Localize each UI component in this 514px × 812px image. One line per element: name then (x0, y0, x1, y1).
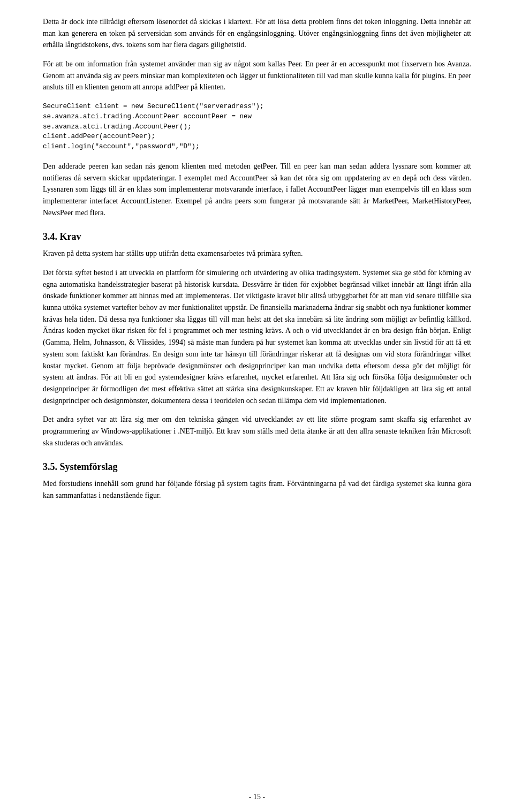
paragraph-2: För att be om information från systemet … (43, 58, 471, 93)
section-34-heading: 3.4. Krav (43, 231, 471, 242)
paragraph-6: Det andra syftet var att lära sig mer om… (43, 414, 471, 449)
code-line-4: client.addPeer(accountPeer); (43, 133, 155, 140)
paragraph-5: Det första syftet bestod i att utveckla … (43, 267, 471, 406)
code-line-5: client.login("account","password","D"); (43, 143, 200, 150)
code-block: SecureClient client = new SecureClient("… (43, 102, 471, 152)
paragraph-3: Den adderade peeren kan sedan nås genom … (43, 161, 471, 218)
paragraph-7: Med förstudiens innehåll som grund har f… (43, 478, 471, 501)
section-35-heading: 3.5. Systemförslag (43, 461, 471, 473)
code-line-3: se.avanza.atci.trading.AccountPeer(); (43, 123, 192, 131)
paragraph-4: Kraven på detta system har ställts upp u… (43, 248, 471, 260)
page-footer: - 15 - (0, 793, 514, 801)
paragraph-1: Detta är dock inte tillrådigt eftersom l… (43, 16, 471, 51)
page-number: - 15 - (249, 793, 265, 801)
page-container: Detta är dock inte tillrådigt eftersom l… (0, 0, 514, 812)
code-line-2: se.avanza.atci.trading.AccountPeer accou… (43, 113, 252, 120)
code-line-1: SecureClient client = new SecureClient("… (43, 103, 264, 110)
